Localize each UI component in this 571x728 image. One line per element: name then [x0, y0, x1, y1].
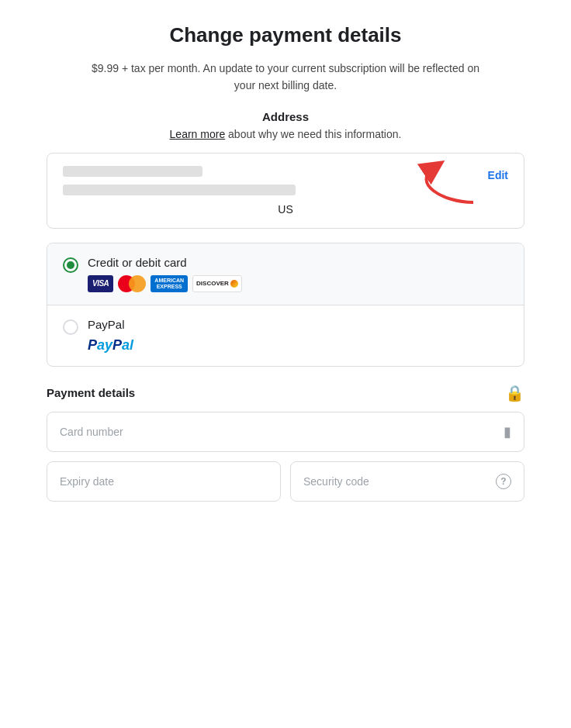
discover-icon: DISCOVER — [192, 275, 242, 292]
card-number-field[interactable]: Card number ▮ — [47, 412, 524, 452]
card-number-label: Card number — [60, 426, 123, 438]
bottom-fields: Expiry date Security code ? — [47, 461, 524, 502]
paypal-option[interactable]: PayPal PayPal — [47, 305, 524, 366]
edit-button[interactable]: Edit — [488, 169, 508, 181]
learn-more-line: Learn more about why we need this inform… — [170, 128, 402, 140]
amex-icon: AMERICAN EXPRESS — [151, 275, 188, 292]
address-line-1-redacted — [63, 166, 202, 177]
subtitle: $9.99 + tax per month. An update to your… — [84, 60, 487, 95]
learn-more-suffix: about why we need this information. — [225, 128, 401, 140]
security-label: Security code — [303, 475, 369, 488]
learn-more-link[interactable]: Learn more — [170, 128, 226, 140]
address-box: US Edit — [47, 153, 524, 229]
paypal-radio[interactable] — [63, 319, 78, 335]
credit-debit-option[interactable]: Credit or debit card VISA AMERICAN EXPRE… — [47, 243, 524, 305]
page-title: Change payment details — [169, 23, 401, 47]
visa-icon: VISA — [88, 275, 113, 292]
expiry-label: Expiry date — [60, 475, 114, 488]
paypal-logo: PayPal — [88, 337, 133, 354]
paypal-label: PayPal — [88, 318, 133, 331]
card-input-icon: ▮ — [504, 423, 511, 440]
payment-details-title: Payment details — [47, 386, 135, 399]
credit-debit-label: Credit or debit card — [88, 256, 242, 269]
paypal-content: PayPal PayPal — [88, 318, 133, 354]
lock-icon: 🔒 — [505, 384, 524, 402]
address-line-2-redacted — [63, 185, 296, 195]
payment-details-header: Payment details 🔒 — [47, 384, 524, 402]
expiry-date-field[interactable]: Expiry date — [47, 461, 281, 502]
credit-debit-content: Credit or debit card VISA AMERICAN EXPRE… — [88, 256, 242, 292]
mastercard-icon — [118, 275, 146, 292]
edit-arrow-icon — [396, 160, 481, 210]
address-section-label: Address — [262, 110, 309, 123]
security-help-icon[interactable]: ? — [496, 474, 511, 489]
card-icons: VISA AMERICAN EXPRESS DISCOVER — [88, 275, 242, 292]
payment-method-box: Credit or debit card VISA AMERICAN EXPRE… — [47, 243, 524, 367]
credit-debit-radio[interactable] — [63, 257, 78, 273]
security-code-field[interactable]: Security code ? — [290, 461, 524, 502]
radio-inner — [67, 261, 74, 269]
